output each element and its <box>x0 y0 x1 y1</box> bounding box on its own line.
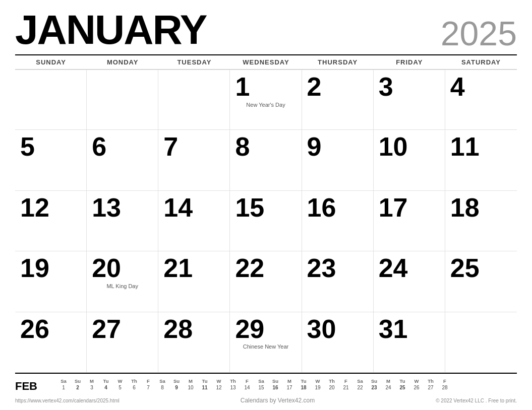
mini-header-cell: Su <box>169 378 184 384</box>
day-cell <box>445 312 517 373</box>
mini-day-cell: 8 <box>155 384 169 391</box>
day-number: 7 <box>163 133 178 161</box>
mini-header-cell: Sa <box>254 378 268 384</box>
mini-day-cell: 2 <box>71 384 85 391</box>
day-header: SUNDAY <box>15 55 87 69</box>
day-header: FRIDAY <box>374 55 445 69</box>
mini-day-cell: 22 <box>353 384 367 391</box>
day-number: 14 <box>163 194 193 222</box>
day-number: 20 <box>92 254 121 282</box>
day-cell: 18 <box>445 191 517 251</box>
mini-day-cell: 5 <box>113 384 127 391</box>
mini-header-cell: W <box>409 378 424 384</box>
day-event: New Year's Day <box>235 102 296 108</box>
day-cell: 30 <box>302 312 374 373</box>
day-number: 25 <box>450 254 480 282</box>
mini-header-cell: F <box>141 378 155 384</box>
mini-header-cell: F <box>339 378 353 384</box>
mini-header-cell: Tu <box>297 378 311 384</box>
day-number: 11 <box>450 133 480 161</box>
mini-day-cell: 10 <box>184 384 198 391</box>
mini-day-cell: 25 <box>395 384 409 391</box>
footer-left: https://www.vertex42.com/calendars/2025.… <box>15 398 120 403</box>
day-number: 31 <box>379 315 408 343</box>
day-number: 10 <box>379 133 408 161</box>
day-number: 30 <box>307 315 336 343</box>
day-cell: 31 <box>374 312 445 373</box>
day-number: 29 <box>235 315 264 343</box>
mini-day-cell: 1 <box>56 384 71 391</box>
mini-grid: SaSuMTuWThFSaSuMTuWThFSaSuMTuWThFSaSuMTu… <box>56 378 452 391</box>
day-cell: 14 <box>158 191 230 251</box>
day-cell: 13 <box>87 191 158 251</box>
mini-day-cell: 3 <box>85 384 99 391</box>
mini-day-cell: 26 <box>409 384 424 391</box>
day-header: WEDNESDAY <box>230 55 302 69</box>
day-cell: 15 <box>230 191 302 251</box>
day-cell: 4 <box>445 70 517 130</box>
day-cell: 7 <box>158 130 230 190</box>
day-header: MONDAY <box>87 55 158 69</box>
calendar-grid: 1New Year's Day2345678910111213141516171… <box>15 70 517 373</box>
mini-day-cell: 12 <box>212 384 226 391</box>
mini-header-cell: Sa <box>155 378 169 384</box>
day-cell <box>87 70 158 130</box>
day-number: 8 <box>235 133 250 161</box>
day-number: 27 <box>92 315 121 343</box>
day-number: 23 <box>307 254 336 282</box>
mini-day-cell: 14 <box>240 384 254 391</box>
day-cell: 25 <box>445 251 517 312</box>
day-cell: 12 <box>15 191 87 251</box>
day-event: ML King Day <box>92 283 153 290</box>
footer-right: © 2022 Vertex42 LLC . Free to print. <box>436 398 517 403</box>
day-header: THURSDAY <box>302 55 374 69</box>
mini-day-cell: 18 <box>297 384 311 391</box>
mini-header-cell: Th <box>424 378 438 384</box>
day-number: 16 <box>307 194 336 222</box>
day-number: 4 <box>450 73 465 101</box>
day-number: 18 <box>450 194 480 222</box>
mini-header-cell: Tu <box>198 378 212 384</box>
day-cell: 5 <box>15 130 87 190</box>
mini-header-cell: Sa <box>353 378 367 384</box>
day-cell: 22 <box>230 251 302 312</box>
day-number: 2 <box>307 73 322 101</box>
mini-header-cell: Tu <box>99 378 113 384</box>
day-cell: 16 <box>302 191 374 251</box>
mini-day-cell: 11 <box>198 384 212 391</box>
day-number: 28 <box>163 315 193 343</box>
day-number: 6 <box>92 133 106 161</box>
mini-header-cell: Su <box>71 378 85 384</box>
day-number: 12 <box>20 194 49 222</box>
mini-header-cell: M <box>381 378 395 384</box>
mini-day-cell: 13 <box>226 384 240 391</box>
day-cell <box>158 70 230 130</box>
day-cell: 19 <box>15 251 87 312</box>
mini-header-cell: W <box>113 378 127 384</box>
day-cell: 29Chinese New Year <box>230 312 302 373</box>
day-cell <box>15 70 87 130</box>
day-cell: 11 <box>445 130 517 190</box>
mini-month-label: FEB <box>15 378 50 393</box>
day-cell: 2 <box>302 70 374 130</box>
day-headers-row: SUNDAYMONDAYTUESDAYWEDNESDAYTHURSDAYFRID… <box>15 55 517 70</box>
day-number: 1 <box>235 73 250 101</box>
calendar-container: JANUARY 2025 SUNDAYMONDAYTUESDAYWEDNESDA… <box>0 0 532 410</box>
mini-header-cell: W <box>311 378 325 384</box>
mini-header-cell: F <box>240 378 254 384</box>
day-number: 24 <box>379 254 408 282</box>
mini-calendar-section: FEB SaSuMTuWThFSaSuMTuWThFSaSuMTuWThFSaS… <box>15 373 517 395</box>
day-cell: 23 <box>302 251 374 312</box>
footer-center: Calendars by Vertex42.com <box>241 397 315 404</box>
mini-header-cell: Su <box>367 378 381 384</box>
day-header: TUESDAY <box>158 55 230 69</box>
mini-header-cell: M <box>85 378 99 384</box>
mini-header-cell: M <box>184 378 198 384</box>
day-cell: 27 <box>87 312 158 373</box>
mini-day-cell: 23 <box>367 384 381 391</box>
mini-days-row: 1234567891011121314151617181920212223242… <box>56 384 452 391</box>
calendar-header: JANUARY 2025 <box>15 9 517 50</box>
mini-day-cell: 6 <box>127 384 141 391</box>
mini-day-cell: 15 <box>254 384 268 391</box>
day-cell: 28 <box>158 312 230 373</box>
